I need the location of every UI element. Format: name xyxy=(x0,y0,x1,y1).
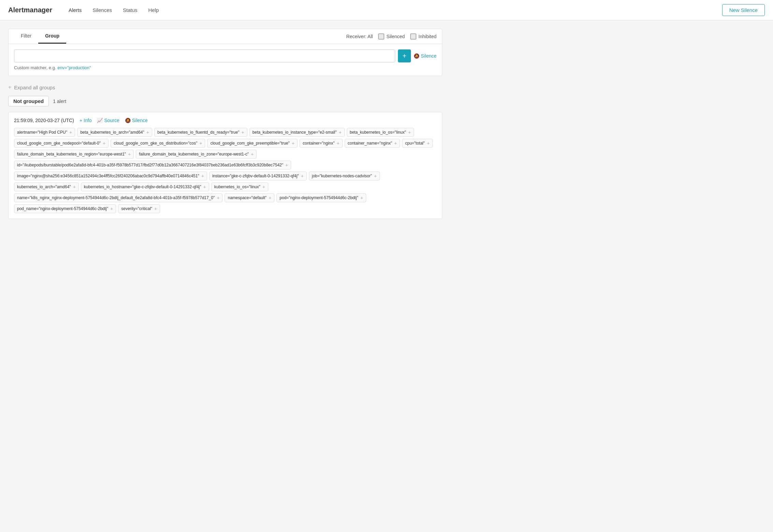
tab-group[interactable]: Group xyxy=(38,29,66,44)
tag-add-button[interactable]: + xyxy=(339,130,342,135)
tag-add-button[interactable]: + xyxy=(103,141,105,146)
tag-add-button[interactable]: + xyxy=(110,206,113,211)
inhibited-checkbox[interactable] xyxy=(410,33,416,40)
silence-link-label: Silence xyxy=(421,53,436,59)
not-grouped-badge[interactable]: Not grouped xyxy=(8,96,49,106)
tab-right: Receiver: All Silenced Inhibited xyxy=(346,33,436,40)
tag-add-button[interactable]: + xyxy=(269,195,271,201)
tag-text: pod="nginx-deployment-5754944d6c-2bdtj" xyxy=(280,195,358,200)
tag-add-button[interactable]: + xyxy=(201,173,204,179)
tag-text: pod_name="nginx-deployment-5754944d6c-2b… xyxy=(17,206,108,211)
tag: container_name="nginx"+ xyxy=(345,139,400,148)
tag-text: job="kubernetes-nodes-cadvisor" xyxy=(312,174,372,178)
silence-action-button[interactable]: 🔕 Silence xyxy=(125,118,148,123)
filter-hint-example[interactable]: env="production" xyxy=(57,65,91,70)
tag: cloud_google_com_gke_os_distribution="co… xyxy=(111,139,205,148)
tag: kubernetes_io_arch="amd64"+ xyxy=(14,182,79,191)
silenced-checkbox[interactable] xyxy=(378,33,384,40)
tag-text: failure_domain_beta_kubernetes_io_region… xyxy=(17,152,126,157)
tag-text: id="/kubepods/burstable/pod6e2afa8d-bfc4… xyxy=(17,163,283,167)
navbar-nav: Alerts Silences Status Help xyxy=(63,4,164,16)
tag-add-button[interactable]: + xyxy=(146,130,149,135)
tag: beta_kubernetes_io_instance_type="e2-sma… xyxy=(249,128,345,137)
tag-add-button[interactable]: + xyxy=(203,184,206,190)
navbar-right: New Silence xyxy=(722,4,765,16)
tag-text: beta_kubernetes_io_fluentd_ds_ready="tru… xyxy=(157,130,239,135)
tag-add-button[interactable]: + xyxy=(285,162,288,168)
tag-text: cpu="total" xyxy=(405,141,425,146)
navbar-brand: Alertmanager xyxy=(8,6,52,14)
tag-add-button[interactable]: + xyxy=(337,141,340,146)
add-filter-button[interactable]: + xyxy=(398,49,411,62)
tag: beta_kubernetes_io_os="linux"+ xyxy=(347,128,414,137)
main-content: Filter Group Receiver: All Silenced Inhi… xyxy=(0,20,450,231)
tab-filter[interactable]: Filter xyxy=(14,29,38,44)
inhibited-checkbox-label[interactable]: Inhibited xyxy=(410,33,436,40)
filter-input[interactable] xyxy=(14,49,395,62)
source-action-button[interactable]: 📈 Source xyxy=(97,118,119,123)
alert-header: 21:59:09, 2020-03-27 (UTC) + Info 📈 Sour… xyxy=(14,118,436,123)
info-action-button[interactable]: + Info xyxy=(80,118,92,123)
tag-add-button[interactable]: + xyxy=(262,184,265,190)
expand-all-row[interactable]: + Expand all groups xyxy=(8,84,442,90)
tag-add-button[interactable]: + xyxy=(241,130,244,135)
tag: pod_name="nginx-deployment-5754944d6c-2b… xyxy=(14,204,116,213)
tab-buttons: Filter Group xyxy=(14,29,66,44)
expand-all-icon: + xyxy=(8,84,11,90)
filter-input-row: + 🔕 Silence xyxy=(14,49,436,62)
tag-add-button[interactable]: + xyxy=(199,141,202,146)
filter-card: Filter Group Receiver: All Silenced Inhi… xyxy=(8,29,442,76)
tag-text: beta_kubernetes_io_arch="amd64" xyxy=(80,130,144,135)
tag: namespace="default"+ xyxy=(225,193,274,202)
nav-item-silences[interactable]: Silences xyxy=(87,4,117,16)
nav-item-alerts[interactable]: Alerts xyxy=(63,4,87,16)
tag: pod="nginx-deployment-5754944d6c-2bdtj"+ xyxy=(276,193,366,202)
tag: cpu="total"+ xyxy=(402,139,433,148)
receiver-label: Receiver: All xyxy=(346,34,373,39)
expand-all-label: Expand all groups xyxy=(14,85,55,90)
tag: beta_kubernetes_io_arch="amd64"+ xyxy=(77,128,152,137)
nav-item-status[interactable]: Status xyxy=(117,4,143,16)
tag-text: kubernetes_io_hostname="gke-c-zfqbv-defa… xyxy=(84,184,201,189)
tag-add-button[interactable]: + xyxy=(301,173,304,179)
navbar: Alertmanager Alerts Silences Status Help… xyxy=(0,0,773,20)
tag: alertname="High Pod CPU"+ xyxy=(14,128,75,137)
filter-hint: Custom matcher, e.g. env="production" xyxy=(14,65,436,70)
silenced-checkbox-label[interactable]: Silenced xyxy=(378,33,405,40)
tag-add-button[interactable]: + xyxy=(374,173,377,179)
tag-text: namespace="default" xyxy=(228,195,267,200)
tag-add-button[interactable]: + xyxy=(251,151,254,157)
tag-add-button[interactable]: + xyxy=(154,206,157,211)
tag-add-button[interactable]: + xyxy=(408,130,411,135)
tag-text: cloud_google_com_gke_os_distribution="co… xyxy=(114,141,197,146)
tag-add-button[interactable]: + xyxy=(128,151,131,157)
tag-text: instance="gke-c-zfqbv-default-0-14291332… xyxy=(212,174,299,178)
tag-text: cloud_google_com_gke_nodepool="default-0… xyxy=(17,141,101,146)
alert-item: 21:59:09, 2020-03-27 (UTC) + Info 📈 Sour… xyxy=(8,112,442,219)
tag-add-button[interactable]: + xyxy=(394,141,397,146)
tag-add-button[interactable]: + xyxy=(217,195,219,201)
tag-add-button[interactable]: + xyxy=(427,141,430,146)
tag-text: kubernetes_io_os="linux" xyxy=(214,184,260,189)
tag: image="nginx@sha256:e3456c851a152494c3e4… xyxy=(14,172,207,180)
nav-item-help[interactable]: Help xyxy=(143,4,164,16)
card-tabs: Filter Group Receiver: All Silenced Inhi… xyxy=(9,29,442,44)
alert-count: 1 alert xyxy=(53,99,66,104)
tag: instance="gke-c-zfqbv-default-0-14291332… xyxy=(209,172,307,180)
tag-add-button[interactable]: + xyxy=(69,130,72,135)
tag-add-button[interactable]: + xyxy=(360,195,363,201)
tag: kubernetes_io_os="linux"+ xyxy=(211,182,268,191)
tags-container: alertname="High Pod CPU"+beta_kubernetes… xyxy=(14,128,436,213)
silence-action-label: Silence xyxy=(132,118,148,123)
tag-text: alertname="High Pod CPU" xyxy=(17,130,67,135)
silenced-label: Silenced xyxy=(386,34,405,39)
tag-text: container_name="nginx" xyxy=(348,141,392,146)
tag-add-button[interactable]: + xyxy=(292,141,295,146)
tag: container="nginx"+ xyxy=(300,139,343,148)
silence-link-button[interactable]: 🔕 Silence xyxy=(414,53,436,59)
tag-add-button[interactable]: + xyxy=(73,184,76,190)
group-header: Not grouped 1 alert xyxy=(8,96,442,106)
new-silence-button[interactable]: New Silence xyxy=(722,4,765,16)
tag-text: beta_kubernetes_io_os="linux" xyxy=(350,130,406,135)
tag: severity="critical"+ xyxy=(118,204,160,213)
